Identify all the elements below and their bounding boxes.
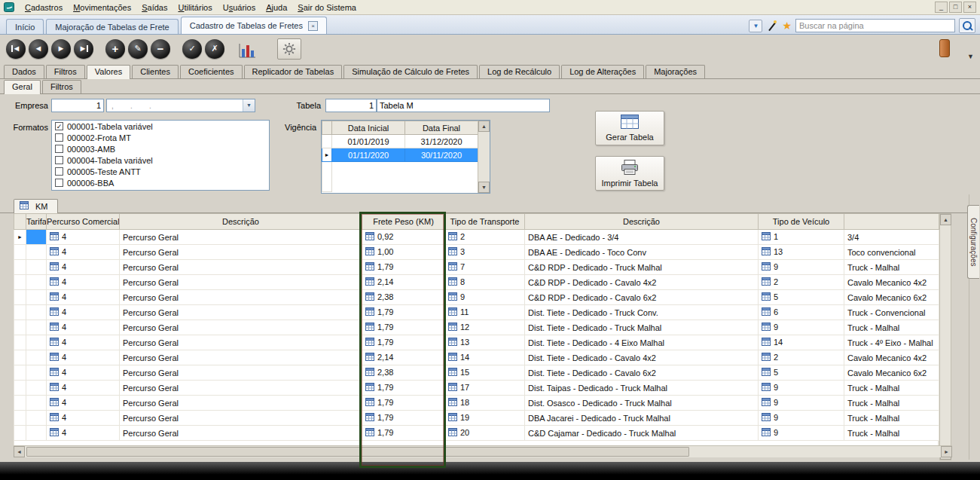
minimize-button[interactable]: _ [935, 2, 948, 13]
grid-column-header-percurso-comercial[interactable]: Percurso Comercial [47, 214, 120, 230]
grid-cell[interactable]: 9 [759, 260, 844, 275]
prior-record-button[interactable]: ◄ [29, 39, 48, 59]
grid-cell[interactable]: Truck - Malhal [844, 411, 939, 426]
tab-filtros[interactable]: Filtros [46, 65, 85, 78]
formato-option-0[interactable]: ✓000001-Tabela variável [52, 121, 269, 132]
delete-record-button[interactable]: − [151, 39, 170, 59]
grid-cell[interactable]: 4 [47, 381, 120, 396]
formatos-listbox[interactable]: ✓000001-Tabela variável000002-Frota MT00… [51, 120, 270, 191]
vigencia-column-header[interactable]: Data Inicial [332, 121, 405, 135]
grid-cell[interactable]: Dist. Taipas - Dedicado - Truck Malhal [525, 381, 759, 396]
empresa-combo[interactable]: , . . ▼ [106, 99, 255, 112]
subtab-geral[interactable]: Geral [4, 80, 41, 94]
grid-cell[interactable]: 1,79 [362, 396, 445, 411]
grid-cell[interactable]: Percurso Geral [120, 426, 362, 441]
grid-cell[interactable]: Dist. Tiete - Dedicado - Cavalo 6x2 [525, 365, 759, 381]
grid-cell[interactable]: C&D RDP - Dedicado - Truck Malhal [525, 260, 759, 275]
grid-cell[interactable]: Percurso Geral [120, 335, 362, 350]
tab-log-de-recálculo[interactable]: Log de Recálculo [479, 65, 560, 78]
last-record-button[interactable]: ► [74, 39, 93, 59]
grid-row[interactable]: 4Percurso Geral2,3815Dist. Tiete - Dedic… [14, 365, 939, 381]
grid-cell[interactable]: 19 [445, 411, 525, 426]
grid-row[interactable]: 4Percurso Geral1,7912Dist. Tiete - Dedic… [14, 320, 939, 335]
grid-cell[interactable]: Dist. Tiete - Dedicado - 4 Eixo Malhal [525, 335, 759, 350]
scrollbar-thumb[interactable] [26, 447, 689, 457]
grid-cell[interactable]: Percurso Geral [120, 350, 362, 365]
grid-cell[interactable]: 4 [47, 396, 120, 411]
grid-cell[interactable]: C&D Cajamar - Dedicado - Truck Malhal [525, 426, 759, 441]
grid-cell[interactable]: Cavalo Mecanico 6x2 [844, 290, 939, 305]
menu-item-ajuda[interactable]: Ajuda [261, 2, 292, 14]
doc-tab-0[interactable]: Início [6, 19, 44, 34]
doc-tab-2[interactable]: Cadastro de Tabelas de Fretes× [181, 17, 327, 34]
grid-cell[interactable]: 6 [759, 305, 844, 320]
menu-item-sair-do-sistema[interactable]: Sair do Sistema [292, 2, 362, 14]
grid-cell-tarifa[interactable] [26, 350, 47, 365]
post-record-button[interactable]: ✓ [182, 39, 202, 59]
grid-column-header-frete-peso-km-[interactable]: Frete Peso (KM) [362, 214, 445, 230]
grid-row[interactable]: 4Percurso Geral1,7919DBA Jacarei - Dedic… [14, 411, 939, 426]
tab-configuracoes[interactable]: Configurações [967, 205, 979, 279]
grid-cell[interactable]: 4 [47, 426, 120, 441]
favorite-star-icon[interactable]: ★ [782, 20, 792, 32]
grid-cell[interactable]: DBA AE - Dedicado - 3/4 [525, 230, 759, 245]
grid-cell[interactable]: Cavalo Mecanico 4x2 [844, 275, 939, 290]
checkbox-icon[interactable] [55, 145, 63, 153]
grid-column-header[interactable] [844, 214, 939, 230]
grid-cell[interactable]: C&D RDP - Dedicado - Cavalo 6x2 [525, 290, 759, 305]
grid-cell[interactable]: Truck - Malhal [844, 381, 939, 396]
grid-cell[interactable]: Truck - Malhal [844, 396, 939, 411]
close-button[interactable]: × [963, 2, 976, 13]
grid-cell-tarifa[interactable] [26, 426, 47, 441]
chevron-down-icon[interactable]: ▼ [243, 99, 255, 112]
grid-cell[interactable]: 1,79 [362, 305, 445, 320]
grid-cell[interactable]: 9 [759, 396, 844, 411]
checkbox-icon[interactable] [55, 133, 63, 142]
formato-option-5[interactable]: 000006-BBA [52, 177, 269, 188]
grid-cell[interactable]: Truck - Malhal [844, 426, 939, 441]
search-magnifier-button[interactable] [959, 18, 975, 33]
magic-wand-icon[interactable] [766, 20, 778, 32]
grid-cell[interactable]: 4 [47, 411, 120, 426]
grid-cell[interactable]: 2,14 [362, 275, 445, 290]
chart-icon[interactable] [237, 39, 258, 59]
grid-cell[interactable]: Percurso Geral [120, 305, 362, 320]
grid-cell[interactable]: 4 [47, 260, 120, 275]
grid-cell[interactable]: 9 [759, 426, 844, 441]
doc-tab-1[interactable]: Majoração de Tabelas de Frete [46, 19, 178, 34]
grid-cell[interactable]: Percurso Geral [120, 320, 362, 335]
grid-cell[interactable]: 9 [759, 411, 844, 426]
grid-cell[interactable]: Percurso Geral [120, 230, 362, 245]
grid-cell-tarifa[interactable] [26, 260, 47, 275]
formato-option-1[interactable]: 000002-Frota MT [52, 132, 269, 143]
menu-item-utilitários[interactable]: Utilitários [172, 2, 217, 14]
grid-cell[interactable]: 1,79 [362, 320, 445, 335]
vigencia-grid[interactable]: Data InicialData Final01/01/201931/12/20… [321, 120, 490, 194]
first-record-button[interactable]: ◄ [6, 39, 26, 59]
checkbox-icon[interactable]: ✓ [55, 122, 63, 130]
grid-cell[interactable]: 4 [47, 245, 120, 260]
grid-cell-tarifa[interactable] [26, 230, 47, 245]
vigencia-scrollbar[interactable]: ▲ ▼ [478, 121, 490, 193]
grid-cell[interactable]: DBA Jacarei - Dedicado - Truck Malhal [525, 411, 759, 426]
grid-cell[interactable]: 14 [445, 350, 525, 365]
checkbox-icon[interactable] [55, 167, 63, 176]
tab-clientes[interactable]: Clientes [132, 65, 179, 78]
grid-cell-tarifa[interactable] [26, 290, 47, 305]
grid-cell[interactable]: Percurso Geral [120, 260, 362, 275]
tab-majorações[interactable]: Majorações [646, 65, 705, 78]
grid-cell[interactable]: 9 [759, 320, 844, 335]
grid-cell[interactable]: 2,14 [362, 350, 445, 365]
grid-cell[interactable]: Dist. Tiete - Dedicado - Truck Conv. [525, 305, 759, 320]
scroll-right-icon[interactable]: ► [941, 446, 952, 457]
toolbar-overflow-icon[interactable]: ▼ [967, 53, 974, 60]
grid-cell[interactable]: 20 [445, 426, 525, 441]
tabela-code-field[interactable] [325, 99, 377, 112]
grid-cell[interactable]: Percurso Geral [120, 411, 362, 426]
next-record-button[interactable]: ► [51, 39, 71, 59]
grid-cell[interactable]: 1,79 [362, 381, 445, 396]
grid-cell[interactable]: 18 [445, 396, 525, 411]
grid-cell[interactable]: 1,79 [362, 411, 445, 426]
grid-cell[interactable]: 1,79 [362, 260, 445, 275]
grid-cell-tarifa[interactable] [26, 365, 47, 381]
